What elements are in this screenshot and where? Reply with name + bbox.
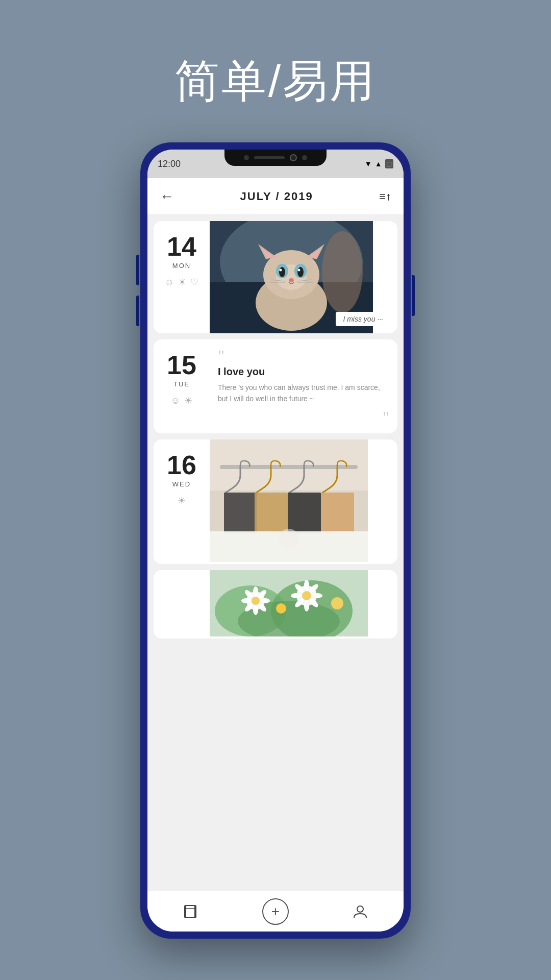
svg-rect-25 [224,493,257,533]
entry-weekday-16: WED [172,480,191,488]
add-icon: + [271,904,280,919]
svg-point-16 [289,278,294,282]
text-body-15: There 's you who can always trust me. I … [218,382,389,405]
header-title: JULY / 2019 [240,190,313,203]
smile-icon-14: ☺ [165,277,174,288]
svg-point-48 [304,600,309,611]
svg-point-40 [260,598,270,603]
svg-point-37 [253,586,258,597]
quote-open-15: " [218,348,389,364]
svg-point-39 [241,598,252,603]
svg-rect-27 [288,493,321,533]
entry-left-14: 14 MON ☺ ☀ ♡ [154,221,210,333]
svg-point-30 [279,529,299,549]
vol-down-button[interactable] [136,296,139,326]
sun-icon-14: ☀ [178,277,186,288]
app-header: ← JULY / 2019 ≡↑ [147,178,404,215]
vol-up-button[interactable] [136,255,139,285]
entry-day-16: 16 [167,452,196,478]
quote-close-15: " [218,409,389,425]
smile-icon-15: ☺ [171,396,180,406]
entry-left-partial [154,570,210,639]
entry-weekday-15: TUE [173,380,190,388]
battery-icon: □ [385,159,393,168]
bottom-nav: + [147,891,404,932]
phone-frame: 12:00 ▼ ▲ □ ← JULY / 2019 ≡↑ [140,142,411,939]
text-title-15: I love you [218,366,389,378]
notch-dot-2 [302,155,307,160]
entry-card-15[interactable]: 15 TUE ☺ ☀ " I love you There 's you who… [154,339,397,433]
cat-image: I miss you ··· [210,221,397,333]
heart-icon-14: ♡ [190,277,198,288]
sun-icon-15: ☀ [184,395,192,406]
page-title: 简单/易用 [174,51,377,112]
nav-book-item[interactable] [176,896,206,927]
notch-dot-1 [244,155,249,160]
entry-right-16 [210,439,397,564]
clothing-image-svg [210,439,368,562]
svg-point-21 [322,231,363,313]
entry-card-16[interactable]: 16 WED ☀ [154,439,397,564]
svg-point-50 [311,593,322,598]
notch [224,150,327,166]
power-button[interactable] [412,275,415,316]
book-icon [183,903,199,920]
svg-point-49 [291,593,302,598]
svg-point-60 [357,906,363,912]
sun-icon-16: ☀ [178,495,186,506]
svg-rect-26 [255,493,288,533]
back-button[interactable]: ← [160,188,174,205]
sort-button[interactable]: ≡↑ [379,190,391,203]
svg-point-38 [253,605,258,615]
svg-rect-28 [321,493,354,533]
signal-icon: ▲ [375,160,382,168]
status-bar: 12:00 ▼ ▲ □ [147,150,404,178]
entry-right-partial [210,570,397,639]
entry-icons-16: ☀ [178,495,186,506]
image-caption-14: I miss you ··· [336,312,390,326]
notch-cam [290,154,297,161]
entry-text-content-15: " I love you There 's you who can always… [210,339,397,433]
flowers-image-svg [210,570,368,636]
svg-point-13 [297,267,304,277]
svg-point-55 [276,603,286,614]
status-time: 12:00 [158,159,181,169]
nav-add-item[interactable]: + [262,898,289,925]
svg-point-47 [304,580,309,591]
entry-right-15: " I love you There 's you who can always… [210,339,397,433]
entry-weekday-14: MON [172,262,191,270]
svg-point-12 [279,267,285,277]
phone-screen: 12:00 ▼ ▲ □ ← JULY / 2019 ≡↑ [147,150,404,932]
entry-card-partial[interactable] [154,570,397,639]
page-background: 简单/易用 12:00 ▼ ▲ □ [0,0,551,980]
entry-day-15: 15 [167,352,196,378]
entries-list: 14 MON ☺ ☀ ♡ [147,215,404,891]
entry-day-14: 14 [167,233,196,260]
person-icon [352,903,368,920]
status-icons: ▼ ▲ □ [365,159,393,168]
notch-speaker [254,156,285,159]
entry-icons-14: ☺ ☀ ♡ [165,277,198,288]
wifi-icon: ▼ [365,160,372,168]
entry-icons-15: ☺ ☀ [171,395,192,406]
svg-point-56 [331,597,343,609]
svg-point-14 [280,269,282,272]
entry-right-14: I miss you ··· [210,221,397,333]
svg-point-36 [252,597,260,605]
entry-left-16: 16 WED ☀ [154,439,210,564]
svg-point-15 [298,269,300,272]
nav-profile-item[interactable] [345,896,375,927]
entry-left-15: 15 TUE ☺ ☀ [154,339,210,433]
entry-card-14[interactable]: 14 MON ☺ ☀ ♡ [154,221,397,333]
